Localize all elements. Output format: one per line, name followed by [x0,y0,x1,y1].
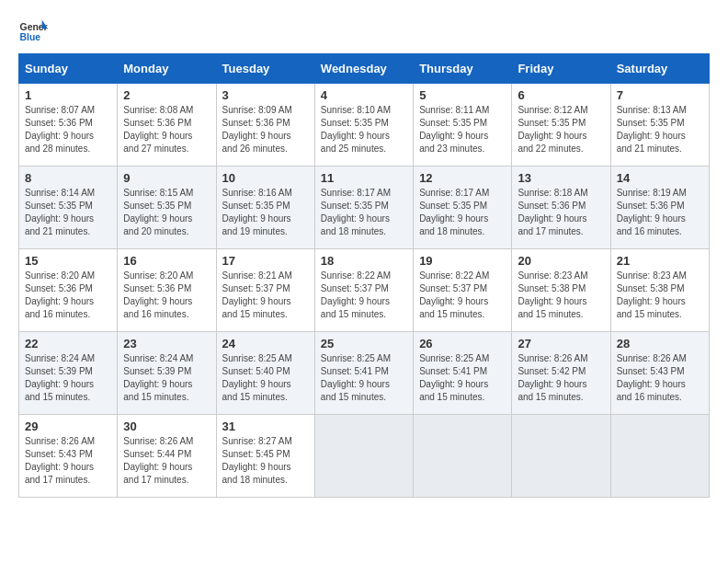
day-info: Sunrise: 8:26 AM Sunset: 5:43 PM Dayligh… [25,435,111,487]
daylight-text: Daylight: 9 hours and 15 minutes. [419,295,506,321]
calendar-day-cell: 10 Sunrise: 8:16 AM Sunset: 5:35 PM Dayl… [216,167,314,249]
sunset-text: Sunset: 5:37 PM [222,282,309,295]
day-info: Sunrise: 8:14 AM Sunset: 5:35 PM Dayligh… [25,187,111,238]
calendar-day-cell: 23 Sunrise: 8:24 AM Sunset: 5:39 PM Dayl… [118,332,216,415]
calendar-day-cell: 15 Sunrise: 8:20 AM Sunset: 5:36 PM Dayl… [19,249,118,332]
col-thursday: Thursday [414,54,512,84]
calendar-week-row: 8 Sunrise: 8:14 AM Sunset: 5:35 PM Dayli… [19,167,710,249]
day-info: Sunrise: 8:07 AM Sunset: 5:36 PM Dayligh… [25,104,111,155]
calendar-day-cell: 30 Sunrise: 8:26 AM Sunset: 5:44 PM Dayl… [118,415,216,498]
sunset-text: Sunset: 5:43 PM [25,448,111,461]
calendar-day-cell: 20 Sunrise: 8:23 AM Sunset: 5:38 PM Dayl… [512,249,610,332]
calendar-week-row: 15 Sunrise: 8:20 AM Sunset: 5:36 PM Dayl… [19,249,710,332]
day-info: Sunrise: 8:17 AM Sunset: 5:35 PM Dayligh… [321,187,407,238]
sunrise-text: Sunrise: 8:26 AM [518,352,604,365]
day-number: 9 [123,171,210,185]
day-info: Sunrise: 8:26 AM Sunset: 5:43 PM Dayligh… [617,352,703,404]
day-info: Sunrise: 8:13 AM Sunset: 5:35 PM Dayligh… [617,104,703,155]
daylight-text: Daylight: 9 hours and 25 minutes. [321,130,407,155]
sunrise-text: Sunrise: 8:26 AM [123,435,210,448]
calendar-day-cell: 31 Sunrise: 8:27 AM Sunset: 5:45 PM Dayl… [216,415,314,498]
sunset-text: Sunset: 5:42 PM [518,365,604,378]
day-number: 1 [25,88,111,102]
col-saturday: Saturday [610,54,709,84]
logo-icon: General Blue [18,18,48,44]
sunset-text: Sunset: 5:35 PM [419,200,506,213]
daylight-text: Daylight: 9 hours and 15 minutes. [222,378,309,404]
sunset-text: Sunset: 5:37 PM [321,282,407,295]
calendar-day-cell: 7 Sunrise: 8:13 AM Sunset: 5:35 PM Dayli… [610,84,709,167]
calendar-day-cell: 24 Sunrise: 8:25 AM Sunset: 5:40 PM Dayl… [216,332,314,415]
sunset-text: Sunset: 5:36 PM [25,282,111,295]
sunset-text: Sunset: 5:36 PM [123,282,210,295]
sunset-text: Sunset: 5:45 PM [222,448,309,461]
sunset-text: Sunset: 5:35 PM [25,200,111,213]
sunrise-text: Sunrise: 8:17 AM [419,187,506,200]
day-info: Sunrise: 8:10 AM Sunset: 5:35 PM Dayligh… [321,104,407,155]
daylight-text: Daylight: 9 hours and 16 minutes. [25,295,111,321]
col-wednesday: Wednesday [314,54,413,84]
daylight-text: Daylight: 9 hours and 18 minutes. [321,213,407,238]
calendar-day-cell: 12 Sunrise: 8:17 AM Sunset: 5:35 PM Dayl… [414,167,512,249]
sunset-text: Sunset: 5:36 PM [617,200,703,213]
sunset-text: Sunset: 5:41 PM [321,365,407,378]
sunset-text: Sunset: 5:38 PM [617,282,703,295]
calendar-week-row: 22 Sunrise: 8:24 AM Sunset: 5:39 PM Dayl… [19,332,710,415]
day-info: Sunrise: 8:09 AM Sunset: 5:36 PM Dayligh… [222,104,309,155]
day-info: Sunrise: 8:27 AM Sunset: 5:45 PM Dayligh… [222,435,309,487]
day-number: 5 [419,88,506,102]
sunset-text: Sunset: 5:35 PM [123,200,210,213]
sunrise-text: Sunrise: 8:24 AM [123,352,210,365]
day-number: 23 [123,337,210,350]
day-number: 7 [617,88,703,102]
col-monday: Monday [118,54,216,84]
daylight-text: Daylight: 9 hours and 21 minutes. [617,130,703,155]
day-number: 15 [25,254,111,268]
calendar-day-cell: 29 Sunrise: 8:26 AM Sunset: 5:43 PM Dayl… [19,415,118,498]
daylight-text: Daylight: 9 hours and 17 minutes. [25,461,111,487]
day-number: 13 [518,171,604,185]
sunrise-text: Sunrise: 8:19 AM [617,187,703,200]
logo: General Blue [18,18,48,44]
calendar-table: Sunday Monday Tuesday Wednesday Thursday… [18,53,710,498]
daylight-text: Daylight: 9 hours and 16 minutes. [617,378,703,404]
sunrise-text: Sunrise: 8:25 AM [222,352,309,365]
sunrise-text: Sunrise: 8:26 AM [617,352,703,365]
sunset-text: Sunset: 5:36 PM [222,117,309,130]
sunset-text: Sunset: 5:35 PM [321,117,407,130]
daylight-text: Daylight: 9 hours and 15 minutes. [518,295,604,321]
daylight-text: Daylight: 9 hours and 15 minutes. [123,378,210,404]
calendar-day-cell: 8 Sunrise: 8:14 AM Sunset: 5:35 PM Dayli… [19,167,118,249]
day-number: 10 [222,171,309,185]
day-info: Sunrise: 8:25 AM Sunset: 5:40 PM Dayligh… [222,352,309,404]
day-number: 24 [222,337,309,350]
day-number: 14 [617,171,703,185]
day-number: 6 [518,88,604,102]
calendar-day-cell: 1 Sunrise: 8:07 AM Sunset: 5:36 PM Dayli… [19,84,118,167]
sunrise-text: Sunrise: 8:11 AM [419,104,506,117]
daylight-text: Daylight: 9 hours and 27 minutes. [123,130,210,155]
calendar-day-cell [314,415,413,498]
sunset-text: Sunset: 5:35 PM [518,117,604,130]
day-info: Sunrise: 8:22 AM Sunset: 5:37 PM Dayligh… [419,270,506,321]
calendar-day-cell: 16 Sunrise: 8:20 AM Sunset: 5:36 PM Dayl… [118,249,216,332]
day-info: Sunrise: 8:12 AM Sunset: 5:35 PM Dayligh… [518,104,604,155]
calendar-day-cell: 18 Sunrise: 8:22 AM Sunset: 5:37 PM Dayl… [314,249,413,332]
col-friday: Friday [512,54,610,84]
day-number: 12 [419,171,506,185]
day-number: 18 [321,254,407,268]
calendar-day-cell: 17 Sunrise: 8:21 AM Sunset: 5:37 PM Dayl… [216,249,314,332]
daylight-text: Daylight: 9 hours and 20 minutes. [123,213,210,238]
day-number: 31 [222,419,309,433]
day-number: 3 [222,88,309,102]
day-number: 22 [25,337,111,350]
daylight-text: Daylight: 9 hours and 26 minutes. [222,130,309,155]
sunset-text: Sunset: 5:40 PM [222,365,309,378]
daylight-text: Daylight: 9 hours and 22 minutes. [518,130,604,155]
sunrise-text: Sunrise: 8:07 AM [25,104,111,117]
sunset-text: Sunset: 5:35 PM [617,117,703,130]
calendar-day-cell: 11 Sunrise: 8:17 AM Sunset: 5:35 PM Dayl… [314,167,413,249]
calendar-day-cell: 19 Sunrise: 8:22 AM Sunset: 5:37 PM Dayl… [414,249,512,332]
day-number: 19 [419,254,506,268]
calendar-day-cell: 14 Sunrise: 8:19 AM Sunset: 5:36 PM Dayl… [610,167,709,249]
